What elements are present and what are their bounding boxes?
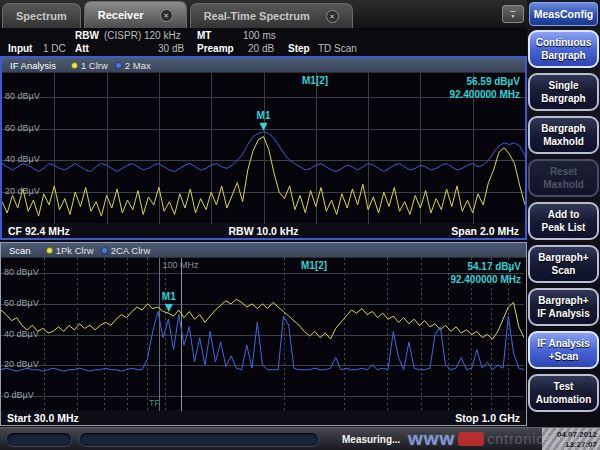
if-cf-value: CF 92.4 MHz xyxy=(8,225,178,237)
if-analysis-panel: IF Analysis 1 Clrw 2 Max M1 M1[2] 56.59 … xyxy=(0,56,527,240)
softkey-reset-maxhold[interactable]: ResetMaxhold xyxy=(528,159,599,197)
marker-triangle-icon xyxy=(165,304,173,312)
softkey-label: Maxhold xyxy=(543,135,584,148)
setting-label: RBW xyxy=(75,30,99,41)
tab-label: Real-Time Spectrum xyxy=(204,10,310,22)
softkey-label: Bargraph xyxy=(541,49,585,62)
scan-legend-trace1: 1Pk Clrw xyxy=(46,245,94,256)
softkey-label: Bargraph xyxy=(541,122,585,135)
status-box-2 xyxy=(79,432,319,447)
softkey-label: Bargraph+ xyxy=(538,294,588,307)
settings-row-1: RBW(CISPR) 120 kHzMT100 ms xyxy=(0,30,527,43)
softkey-bargraph-maxhold[interactable]: BargraphMaxhold xyxy=(528,116,599,154)
softkey-label: +Scan xyxy=(549,350,579,363)
setting-value: 20 dB xyxy=(248,43,274,54)
softkey-bargraph-scan[interactable]: Bargraph+Scan xyxy=(528,245,599,283)
trace1-color-dot xyxy=(71,62,78,69)
scan-marker-level: 54.17 dBµV xyxy=(467,261,521,272)
chart-svg: M1 xyxy=(1,258,524,411)
scan-panel-header: Scan 1Pk Clrw 2CA Clrw xyxy=(1,243,526,257)
trace2-label: 2 Max xyxy=(125,60,151,71)
if-marker-level: 56.59 dBµV xyxy=(466,76,520,87)
trace-2ca-clrw xyxy=(1,312,524,372)
scan-legend-trace2: 2CA Clrw xyxy=(101,245,151,256)
softkey-label: IF Analysis xyxy=(537,337,589,350)
trace2-color-dot xyxy=(101,247,108,254)
tab-close-icon[interactable]: ✕ xyxy=(326,10,339,23)
measuring-status: Measuring... xyxy=(342,434,400,445)
scan-start-value: Start 30.0 MHz xyxy=(7,412,264,424)
setting-label: Step xyxy=(288,43,310,54)
date-value: 04.07.2012 xyxy=(557,430,597,439)
softkey-single-bargraph[interactable]: SingleBargraph xyxy=(528,73,599,111)
setting-value: (CISPR) 120 kHz xyxy=(104,30,181,41)
scan-panel-title: Scan xyxy=(9,245,31,256)
softkey-label: Bargraph xyxy=(541,92,585,105)
if-chart-area: M1 M1[2] 56.59 dBµV 92.400000 MHz 80 dBµ… xyxy=(2,72,525,223)
softkey-test-automation[interactable]: TestAutomation xyxy=(528,374,599,412)
sidebar-title: MeasConfig xyxy=(529,2,598,26)
if-span-value: Span 2.0 MHz xyxy=(349,225,519,237)
trace1-label: 1Pk Clrw xyxy=(56,245,94,256)
scan-marker-freq: 92.400000 MHz xyxy=(450,274,521,285)
status-box-1 xyxy=(6,432,72,447)
scan-marker-name: M1[2] xyxy=(301,260,327,271)
softkey-label: Test xyxy=(554,380,574,393)
chevron-down-icon: ▼ xyxy=(511,14,516,19)
if-legend-trace2: 2 Max xyxy=(115,60,151,71)
if-panel-header: IF Analysis 1 Clrw 2 Max xyxy=(2,58,525,72)
scan-chart-area: M1 M1[2] 54.17 dBµV 92.400000 MHz 80 dBµ… xyxy=(1,257,526,410)
if-legend-trace1: 1 Clrw xyxy=(71,60,108,71)
trace1-label: 1 Clrw xyxy=(81,60,108,71)
if-panel-title: IF Analysis xyxy=(10,60,56,71)
scan-stop-value: Stop 1.0 GHz xyxy=(264,412,521,424)
trace2-label: 2CA Clrw xyxy=(111,245,151,256)
softkey-label: Maxhold xyxy=(543,178,584,191)
softkey-add-to-peak-list[interactable]: Add toPeak List xyxy=(528,202,599,240)
tab-list-icon[interactable]: ▪▪▪ ▼ xyxy=(502,5,524,23)
tab-receiver[interactable]: Receiver✕ xyxy=(84,1,187,28)
marker-label: M1 xyxy=(257,110,271,121)
setting-value: 100 ms xyxy=(243,30,276,41)
tab-spectrum[interactable]: Spectrum xyxy=(2,3,81,28)
softkey-label: Reset xyxy=(550,165,577,178)
softkey-label: Peak List xyxy=(542,221,586,234)
softkey-label: Scan xyxy=(552,264,576,277)
if-panel-footer: CF 92.4 MHz RBW 10.0 kHz Span 2.0 MHz xyxy=(2,223,525,238)
softkey-label: Bargraph+ xyxy=(538,251,588,264)
if-marker-freq: 92.400000 MHz xyxy=(449,89,520,100)
tab-label: Receiver xyxy=(98,9,144,21)
tab-real-time-spectrum[interactable]: Real-Time Spectrum✕ xyxy=(190,3,353,28)
scan-marker-readout: 54.17 dBµV 92.400000 MHz xyxy=(450,260,521,286)
time-value: 13:27:07 xyxy=(565,440,597,449)
status-bar: Measuring... 04.07.2012 13:27:07 xyxy=(0,427,600,450)
scan-panel-footer: Start 30.0 MHz Stop 1.0 GHz xyxy=(1,410,526,425)
setting-label: Att xyxy=(75,43,89,54)
tab-close-icon[interactable]: ✕ xyxy=(160,9,173,22)
settings-row-2: Input1 DCAtt30 dBPreamp20 dBStepTD Scan xyxy=(0,43,527,56)
softkey-if-analysis-scan[interactable]: IF Analysis+Scan xyxy=(528,331,599,369)
softkey-bargraph-if-analysis[interactable]: Bargraph+IF Analysis xyxy=(528,288,599,326)
if-marker-name: M1[2] xyxy=(302,75,328,86)
settings-readout: RBW(CISPR) 120 kHzMT100 ms Input1 DCAtt3… xyxy=(0,28,527,56)
chart-svg: M1 xyxy=(2,73,525,224)
softkey-continuous-bargraph[interactable]: ContinuousBargraph xyxy=(528,30,599,68)
softkey-sidebar: MeasConfig ContinuousBargraphSingleBargr… xyxy=(527,0,600,450)
datetime-corner: 04.07.2012 13:27:07 xyxy=(542,428,600,450)
setting-value: 30 dB xyxy=(158,43,184,54)
softkey-label: IF Analysis xyxy=(537,307,589,320)
tab-bar: SpectrumReceiver✕Real-Time Spectrum✕ xyxy=(0,0,527,28)
scan-panel: Scan 1Pk Clrw 2CA Clrw M1 M1[2] 54.17 dB… xyxy=(0,242,527,426)
softkey-label: Automation xyxy=(536,393,592,406)
setting-label: Preamp xyxy=(197,43,234,54)
setting-label: MT xyxy=(197,30,211,41)
trace2-color-dot xyxy=(115,62,122,69)
if-rbw-value: RBW 10.0 kHz xyxy=(178,225,348,237)
softkey-label: Continuous xyxy=(536,36,592,49)
setting-value: TD Scan xyxy=(318,43,357,54)
datetime: 04.07.2012 13:27:07 xyxy=(557,430,597,450)
instrument-screen: SpectrumReceiver✕Real-Time Spectrum✕ ▪▪▪… xyxy=(0,0,600,450)
setting-value: 1 DC xyxy=(43,43,66,54)
softkey-label: Add to xyxy=(548,208,580,221)
tab-label: Spectrum xyxy=(16,10,67,22)
